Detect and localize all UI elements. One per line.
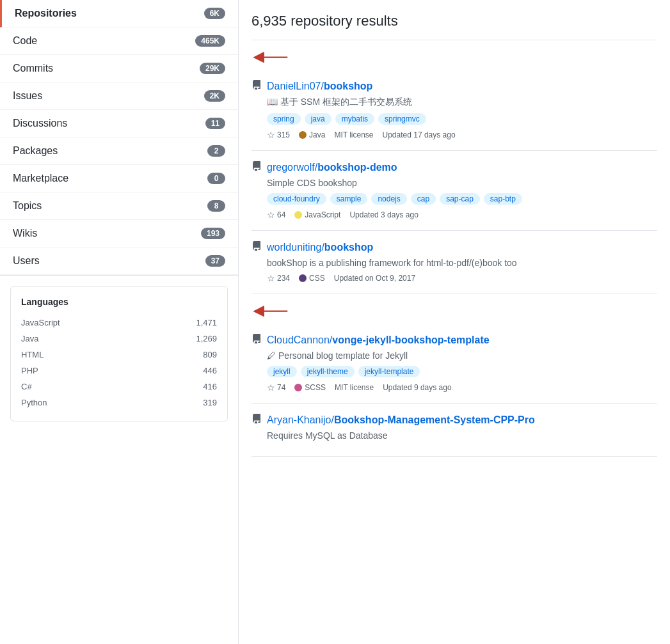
sidebar-item-code[interactable]: Code465K — [0, 27, 238, 55]
repo-description: bookShop is a publishing framework for h… — [267, 258, 657, 268]
language-count: 809 — [203, 350, 217, 359]
language-name: HTML — [21, 350, 44, 359]
repo-updated: Updated 17 days ago — [383, 130, 456, 139]
topic-tag[interactable]: cloud-foundry — [267, 193, 326, 205]
language-count: 1,471 — [196, 318, 217, 327]
sidebar-item-badge: 6K — [204, 8, 225, 19]
repo-meta: ☆ 74 SCSSMIT licenseUpdated 9 days ago — [267, 382, 657, 393]
repo-updated: Updated on Oct 9, 2017 — [334, 274, 415, 283]
repo-language: CSS — [299, 274, 325, 283]
language-name: Python — [21, 398, 47, 407]
repo-item: worlduniting/bookshopbookShop is a publi… — [251, 231, 657, 294]
language-dot — [294, 211, 302, 219]
repo-language: Java — [299, 130, 325, 139]
sidebar-item-badge: 0 — [207, 173, 225, 184]
sidebar-item-label: Wikis — [13, 228, 37, 239]
repo-description: Requires MySQL as Database — [267, 430, 657, 441]
sidebar-item-topics[interactable]: Topics8 — [0, 192, 238, 220]
sidebar-item-marketplace[interactable]: Marketplace0 — [0, 165, 238, 192]
topic-tag[interactable]: jekyll-theme — [301, 366, 355, 377]
repo-updated: Updated 9 days ago — [383, 383, 451, 392]
languages-section: Languages JavaScript1,471Java1,269HTML80… — [10, 286, 228, 421]
repo-meta: ☆ 315 JavaMIT licenseUpdated 17 days ago — [267, 130, 657, 140]
topic-tag[interactable]: cap — [411, 193, 436, 205]
language-count: 1,269 — [196, 334, 217, 343]
repo-stars[interactable]: ☆ 234 — [267, 273, 290, 283]
sidebar-item-issues[interactable]: Issues2K — [0, 82, 238, 110]
repo-meta: ☆ 234 CSSUpdated on Oct 9, 2017 — [267, 273, 657, 283]
arrow-annotation — [251, 302, 657, 321]
sidebar-item-badge: 11 — [205, 118, 225, 129]
repo-topics: cloud-foundrysamplenodejscapsap-capsap-b… — [267, 193, 657, 205]
sidebar-item-label: Commits — [13, 63, 53, 74]
repo-language: SCSS — [294, 383, 326, 392]
language-count: 319 — [203, 398, 217, 407]
topic-tag[interactable]: java — [305, 113, 331, 125]
repo-link[interactable]: Aryan-Khanijo/Bookshop-Management-System… — [267, 414, 535, 426]
repo-stars[interactable]: ☆ 74 — [267, 382, 285, 393]
topic-tag[interactable]: sample — [330, 193, 368, 205]
topic-tag[interactable]: springmvc — [378, 113, 426, 125]
topic-tag[interactable]: sap-cap — [440, 193, 480, 205]
sidebar-item-commits[interactable]: Commits29K — [0, 55, 238, 82]
sidebar-item-badge: 465K — [195, 35, 225, 47]
repo-item: DanielLin07/bookshop📖 基于 SSM 框架的二手书交易系统s… — [251, 70, 657, 151]
sidebar-item-label: Code — [13, 35, 37, 47]
sidebar-item-label: Marketplace — [13, 173, 68, 184]
repo-link[interactable]: worlduniting/bookshop — [267, 242, 373, 253]
sidebar-nav: Repositories6KCode465KCommits29KIssues2K… — [0, 0, 238, 276]
topic-tag[interactable]: nodejs — [371, 193, 406, 205]
language-item[interactable]: Python319 — [21, 395, 217, 411]
language-dot — [299, 131, 307, 139]
star-icon: ☆ — [267, 130, 275, 140]
sidebar-item-label: Discussions — [13, 118, 67, 129]
repo-topics: springjavamybatisspringmvc — [267, 113, 657, 125]
language-item[interactable]: JavaScript1,471 — [21, 315, 217, 331]
star-icon: ☆ — [267, 382, 275, 393]
sidebar-item-badge: 2K — [204, 90, 225, 102]
sidebar-item-badge: 37 — [205, 255, 225, 267]
sidebar-item-wikis[interactable]: Wikis193 — [0, 220, 238, 247]
sidebar-item-label: Repositories — [15, 8, 77, 19]
language-name: JavaScript — [21, 318, 60, 327]
language-item[interactable]: HTML809 — [21, 347, 217, 363]
repo-license: MIT license — [335, 383, 374, 392]
language-item[interactable]: C#416 — [21, 379, 217, 395]
repo-item: Aryan-Khanijo/Bookshop-Management-System… — [251, 404, 657, 457]
language-count: 416 — [203, 382, 217, 391]
repo-icon — [251, 241, 262, 254]
sidebar-item-packages[interactable]: Packages2 — [0, 137, 238, 165]
sidebar-item-label: Issues — [13, 90, 42, 102]
repo-link[interactable]: CloudCannon/vonge-jekyll-bookshop-templa… — [267, 334, 490, 346]
repo-stars[interactable]: ☆ 64 — [267, 210, 285, 220]
repo-language: JavaScript — [294, 210, 340, 219]
sidebar-item-discussions[interactable]: Discussions11 — [0, 110, 238, 137]
star-icon: ☆ — [267, 273, 275, 283]
language-item[interactable]: Java1,269 — [21, 331, 217, 347]
sidebar-item-users[interactable]: Users37 — [0, 247, 238, 275]
language-dot — [294, 384, 302, 391]
language-name: PHP — [21, 366, 38, 375]
repo-description: 📖 基于 SSM 框架的二手书交易系统 — [267, 97, 657, 108]
repo-title-row: Aryan-Khanijo/Bookshop-Management-System… — [251, 414, 657, 427]
sidebar-item-badge: 193 — [201, 228, 225, 239]
repo-icon — [251, 161, 262, 174]
topic-tag[interactable]: mybatis — [335, 113, 374, 125]
topic-tag[interactable]: spring — [267, 113, 301, 125]
repo-title-row: DanielLin07/bookshop — [251, 80, 657, 93]
repo-link[interactable]: gregorwolf/bookshop-demo — [267, 162, 397, 173]
arrow-annotation — [251, 48, 657, 67]
language-item[interactable]: PHP446 — [21, 363, 217, 379]
repo-link[interactable]: DanielLin07/bookshop — [267, 81, 372, 92]
results-title: 6,935 repository results — [251, 0, 657, 40]
topic-tag[interactable]: jekyll — [267, 366, 297, 377]
sidebar-item-repositories[interactable]: Repositories6K — [0, 0, 238, 27]
topic-tag[interactable]: sap-btp — [484, 193, 522, 205]
repo-icon — [251, 414, 262, 427]
language-count: 446 — [203, 366, 217, 375]
repo-topics: jekylljekyll-themejekyll-template — [267, 366, 657, 377]
repo-stars[interactable]: ☆ 315 — [267, 130, 290, 140]
topic-tag[interactable]: jekyll-template — [358, 366, 420, 377]
repo-meta: ☆ 64 JavaScriptUpdated 3 days ago — [267, 210, 657, 220]
sidebar-item-badge: 29K — [200, 63, 225, 74]
